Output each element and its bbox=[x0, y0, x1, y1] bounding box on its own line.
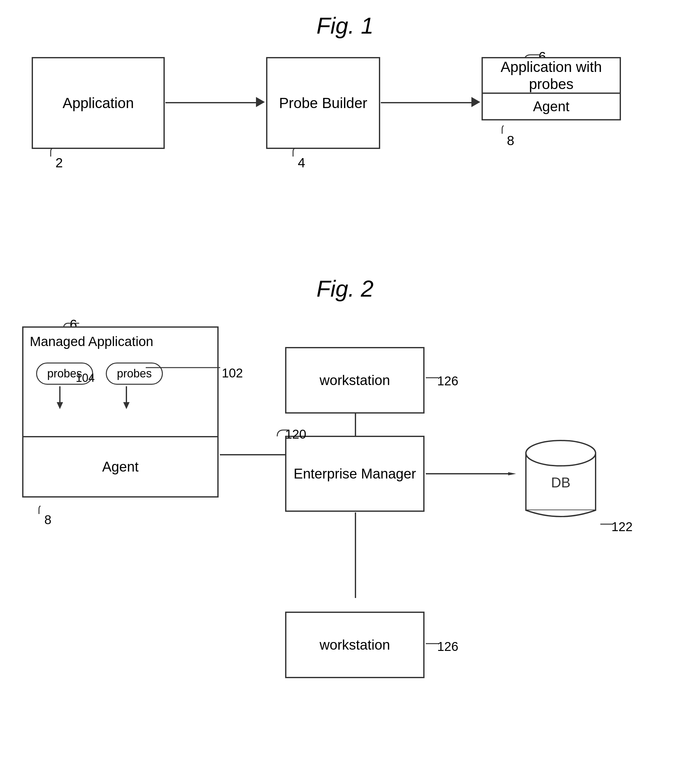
svg-marker-5 bbox=[123, 402, 130, 409]
fig2-probes-ref102: 102 bbox=[222, 366, 243, 380]
svg-point-13 bbox=[526, 440, 596, 466]
fig2-managed-app-box: Managed Application probes probes 104 Ag… bbox=[22, 326, 219, 497]
fig1-arrow2-head bbox=[471, 97, 481, 107]
fig1-application-box: Application bbox=[32, 57, 165, 149]
fig2-em-ws-bot-vline bbox=[355, 512, 356, 598]
fig1-appwp-label: Application with probes bbox=[483, 58, 620, 92]
fig1-agent-subbox: Agent bbox=[483, 92, 620, 119]
svg-marker-3 bbox=[57, 402, 63, 409]
fig1-probe-builder-label: Probe Builder bbox=[279, 94, 367, 112]
fig1-probe-builder-box: Probe Builder bbox=[266, 57, 380, 149]
fig2-ws-top-ref-line bbox=[426, 375, 440, 381]
fig2-em-ref-bracket bbox=[276, 428, 290, 438]
fig1-appwp-box: Application with probes Agent bbox=[482, 57, 621, 120]
fig1-arrow1-head bbox=[256, 97, 265, 107]
fig2-workstation-top-ref: 126 bbox=[437, 374, 458, 388]
fig2-managed-app-label: Managed Application bbox=[30, 334, 153, 349]
fig1-arrow2-line bbox=[381, 102, 476, 103]
fig2-workstation-bottom-ref: 126 bbox=[437, 639, 458, 654]
fig1-agent-bracket bbox=[501, 124, 520, 137]
fig1-application-label: Application bbox=[63, 94, 134, 112]
fig2-db-cylinder: DB bbox=[520, 434, 602, 523]
fig2-agent-subbox: Agent bbox=[23, 436, 217, 496]
fig2-102-line bbox=[146, 364, 225, 372]
fig2-probe2-arrow bbox=[122, 386, 137, 412]
fig2-agent8-bracket bbox=[37, 504, 56, 517]
fig2-em-box: Enterprise Manager bbox=[285, 436, 425, 512]
svg-marker-1 bbox=[471, 97, 480, 107]
svg-text:DB: DB bbox=[551, 475, 570, 490]
fig2-workstation-bottom-box: workstation bbox=[285, 612, 425, 678]
svg-marker-0 bbox=[256, 97, 265, 107]
fig2-probe-arrows-ref104: 104 bbox=[76, 371, 95, 385]
page: { "fig1": { "title": "Fig. 1", "applicat… bbox=[0, 0, 690, 784]
fig1-title: Fig. 1 bbox=[316, 13, 374, 39]
fig2-db-ref: 122 bbox=[611, 520, 632, 534]
fig2-em-db-arrow bbox=[426, 472, 521, 475]
fig2-db-ref-line bbox=[600, 521, 614, 527]
svg-marker-11 bbox=[508, 472, 516, 475]
fig2-probe1-arrow bbox=[55, 386, 71, 412]
fig2-workstation-top-box: workstation bbox=[285, 347, 425, 413]
fig2-title: Fig. 2 bbox=[316, 276, 374, 302]
fig2-ws-bot-ref-line bbox=[426, 641, 440, 647]
fig1-app-bracket bbox=[49, 147, 68, 160]
fig1-arrow1-line bbox=[165, 102, 260, 103]
fig1-pb-bracket bbox=[291, 147, 310, 160]
